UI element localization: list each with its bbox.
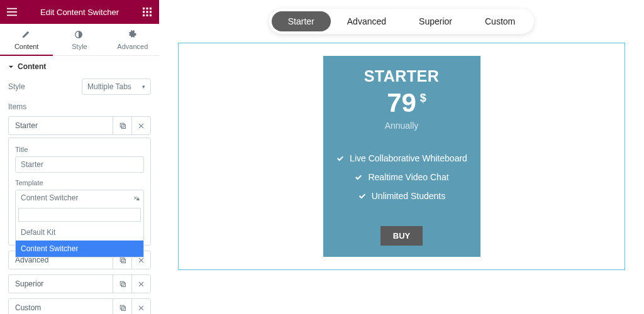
svg-rect-1 [7,11,17,13]
svg-rect-16 [121,259,125,263]
chevron-down-icon [8,64,14,70]
section-title-label: Content [18,62,46,71]
check-icon [358,192,367,200]
template-label: Template [15,179,144,187]
item-label[interactable]: Superior [9,275,113,293]
item-row-superior[interactable]: Superior [8,274,151,293]
switcher-tab-custom[interactable]: Custom [469,11,531,31]
check-icon [354,173,363,181]
buy-button[interactable]: BUY [380,226,423,246]
switcher-tab-superior[interactable]: Superior [402,11,469,31]
feature-text: Live Collaborative Whiteboard [350,153,467,163]
check-icon [336,154,345,163]
content-switcher: Starter Advanced Superior Custom [269,9,534,34]
svg-rect-7 [146,11,148,13]
svg-rect-5 [150,8,152,9]
sidebar-header: Edit Content Switcher [0,0,159,24]
billing-period: Annually [336,121,468,131]
svg-rect-17 [120,281,124,285]
gear-icon [128,30,138,40]
menu-icon[interactable] [6,6,18,18]
sidebar-title: Edit Content Switcher [40,8,119,17]
currency-symbol: $ [420,92,426,105]
clear-sort-icons[interactable]: × ▴ [133,195,138,202]
svg-rect-15 [120,257,124,261]
remove-icon[interactable] [131,299,150,314]
svg-rect-20 [121,307,125,311]
item-label[interactable]: Custom [9,299,113,314]
item-expanded: Title Template Content Switcher × ▴ Defa… [8,138,151,246]
dropdown-search-input[interactable] [18,208,141,222]
feature-list: Live Collaborative Whiteboard Realtime V… [336,153,468,201]
svg-rect-11 [150,14,152,16]
dropdown-search [16,205,143,224]
item-label[interactable]: Starter [9,117,113,134]
svg-rect-19 [120,305,124,309]
contrast-icon [74,30,84,40]
svg-rect-14 [121,125,125,129]
feature-item: Unlimited Students [336,191,468,201]
editor-sidebar: Edit Content Switcher Content Style Adva… [0,0,159,314]
tab-label: Content [14,43,39,50]
content-panel: Content Style Multiple Tabs ▾ Items Star… [0,56,159,314]
svg-rect-4 [146,8,148,9]
switcher-tab-starter[interactable]: Starter [272,11,331,31]
template-dropdown: Default Kit Content Switcher [15,205,144,257]
duplicate-icon[interactable] [113,275,131,293]
chevron-down-icon: ▾ [142,84,145,90]
section-toggle-content[interactable]: Content [8,62,151,71]
feature-text: Realtime Video Chat [368,172,448,182]
svg-rect-9 [143,14,145,16]
dropdown-option-content-switcher[interactable]: Content Switcher [16,241,143,257]
apps-grid-icon[interactable] [142,6,153,18]
item-row-custom[interactable]: Custom [8,298,151,314]
tab-advanced[interactable]: Advanced [106,24,159,55]
template-value: Content Switcher [21,193,78,202]
preview-area: Starter Advanced Superior Custom STARTER… [159,0,644,314]
svg-rect-6 [143,11,145,13]
content-container: STARTER 79$ Annually Live Collaborative … [178,43,625,270]
tab-label: Style [72,43,87,50]
pricing-card: STARTER 79$ Annually Live Collaborative … [323,56,480,257]
items-label: Items [8,102,151,111]
remove-icon[interactable] [131,117,150,134]
style-row: Style Multiple Tabs ▾ [8,78,151,95]
template-select[interactable]: Content Switcher × ▴ Default Kit Content… [15,190,144,206]
item-row-starter[interactable]: Starter [8,116,151,135]
plan-name: STARTER [336,67,468,85]
title-input[interactable] [15,156,144,173]
style-select[interactable]: Multiple Tabs ▾ [82,78,151,95]
svg-rect-13 [120,123,124,127]
pencil-icon [21,30,31,40]
remove-icon[interactable] [131,275,150,293]
tab-content[interactable]: Content [0,24,53,55]
svg-rect-3 [143,8,145,9]
style-value: Multiple Tabs [87,82,131,91]
editor-tabs: Content Style Advanced [0,24,159,56]
price-value: 79 [387,88,416,117]
feature-item: Realtime Video Chat [336,172,468,182]
svg-rect-2 [7,14,17,16]
svg-rect-8 [150,11,152,13]
plan-price: 79$ [387,88,416,118]
title-label: Title [15,146,144,153]
tab-label: Advanced [117,43,148,50]
duplicate-icon[interactable] [113,299,131,314]
svg-rect-10 [146,14,148,16]
switcher-tab-advanced[interactable]: Advanced [331,11,402,31]
feature-text: Unlimited Students [372,191,446,201]
duplicate-icon[interactable] [113,117,131,134]
svg-rect-0 [7,8,17,9]
svg-rect-18 [121,283,125,287]
dropdown-option-default-kit[interactable]: Default Kit [16,224,143,241]
feature-item: Live Collaborative Whiteboard [336,153,468,163]
style-label: Style [8,82,25,91]
tab-style[interactable]: Style [53,24,106,55]
